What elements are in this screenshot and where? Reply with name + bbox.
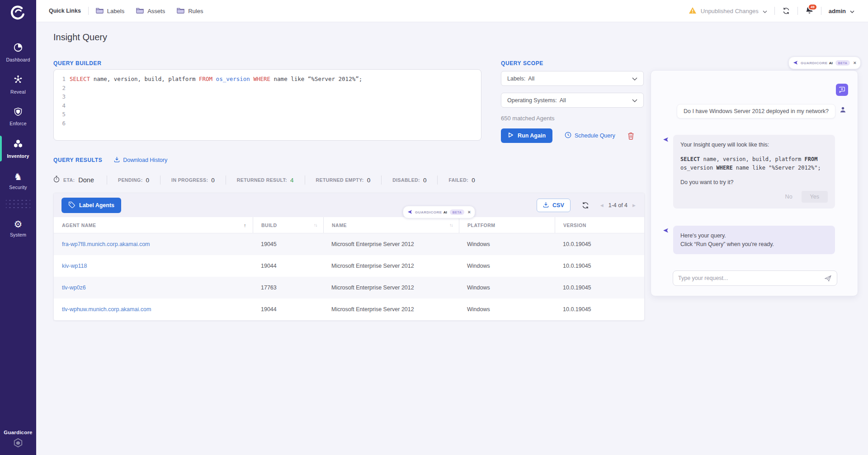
guardicore-logo-icon[interactable] xyxy=(0,0,36,26)
sidebar-item-security[interactable]: ♞ Security xyxy=(0,165,36,197)
notifications-bell-icon[interactable]: 49 xyxy=(805,6,814,16)
stat-label: FAILED: xyxy=(448,177,468,183)
stat-value: 0 xyxy=(423,177,427,184)
os-filter-select[interactable]: Operating Systems: All xyxy=(501,93,644,108)
sidebar-item-label: Dashboard xyxy=(6,57,30,62)
schedule-query-label: Schedule Query xyxy=(575,133,615,139)
name-cell: Microsoft Enterprise Server 2012 xyxy=(323,241,459,247)
page-title: Insight Query xyxy=(53,32,107,43)
sql-keyword: WHERE xyxy=(716,165,732,171)
sql-editor[interactable]: 1 SELECT name, version, build, platform … xyxy=(53,69,481,141)
column-header-platform[interactable]: PLATFORM xyxy=(459,217,555,233)
new-chat-button[interactable] xyxy=(836,84,848,96)
guardicore-ai-chip[interactable]: GUARDICORE AI BETA ✕ xyxy=(788,57,861,69)
column-header-build[interactable]: BUILD ↑↓ xyxy=(253,217,323,233)
build-cell: 17763 xyxy=(253,284,323,291)
refresh-icon[interactable] xyxy=(782,7,790,15)
sidebar-nav: Dashboard Reveal Enforce Inventory ♞ Sec… xyxy=(0,36,36,244)
csv-download-button[interactable]: CSV xyxy=(537,199,571,212)
download-icon xyxy=(543,202,549,209)
build-cell: 19044 xyxy=(253,306,323,313)
platform-cell: Windows xyxy=(459,241,555,247)
column-header-version[interactable]: VERSION xyxy=(555,217,645,233)
no-button[interactable]: No xyxy=(782,191,796,203)
paper-plane-icon xyxy=(663,136,669,144)
topbar-right: Unpublished Changes 49 admin xyxy=(689,6,854,16)
pagination-prev-icon[interactable]: ◀ xyxy=(600,203,604,208)
matched-agents-count: 650 matched Agents xyxy=(501,115,555,122)
paper-plane-icon xyxy=(407,208,412,216)
column-header-name[interactable]: NAME ↑↓ xyxy=(323,217,459,233)
run-again-button[interactable]: Run Again xyxy=(501,128,552,143)
sql-line: 2 xyxy=(60,84,476,93)
divider xyxy=(821,7,821,15)
quick-link-rules[interactable]: Rules xyxy=(177,7,203,15)
stat-disabled: DISABLED: 0 xyxy=(381,175,437,185)
stat-returned-result: RETURNED RESULT: 4 xyxy=(226,175,305,185)
beta-badge: BETA xyxy=(450,209,465,215)
knight-icon: ♞ xyxy=(14,172,23,182)
name-cell: Microsoft Enterprise Server 2012 xyxy=(323,263,459,269)
yes-button[interactable]: Yes xyxy=(802,191,828,203)
column-header-agent-name[interactable]: AGENT NAME ↑ xyxy=(54,217,253,233)
clock-icon xyxy=(565,132,571,140)
guardicore-ai-chip[interactable]: GUARDICORE AI BETA ✕ xyxy=(403,206,475,218)
ai-message-row: Here's your query. Click “Run Query” whe… xyxy=(663,226,835,255)
topbar: Quick Links Labels Assets Rules Unpublis… xyxy=(36,0,868,22)
query-scope-section-title: QUERY SCOPE xyxy=(501,60,543,66)
close-icon[interactable]: ✕ xyxy=(467,210,471,214)
agent-name-link[interactable]: fra-wp7f8.munich.corp.akamai.com xyxy=(62,241,150,247)
send-icon[interactable] xyxy=(824,275,832,282)
sidebar-brand: Guardicore xyxy=(0,430,36,450)
os-filter-label: Operating Systems: xyxy=(507,97,557,104)
sidebar-item-dashboard[interactable]: Dashboard xyxy=(0,36,36,68)
line-number: 3 xyxy=(60,92,66,101)
label-agents-button[interactable]: Label Agents xyxy=(61,198,121,213)
pagination: ◀ 1-4 of 4 ▶ xyxy=(600,202,636,209)
delete-query-trash-icon[interactable] xyxy=(627,132,634,140)
sql-line: 4 xyxy=(60,101,476,110)
chat-input[interactable] xyxy=(678,275,824,281)
close-icon[interactable]: ✕ xyxy=(853,61,856,65)
sidebar-item-reveal[interactable]: Reveal xyxy=(0,68,36,100)
csv-label: CSV xyxy=(552,202,564,209)
schedule-query-link[interactable]: Schedule Query xyxy=(565,132,615,140)
chat-input-wrapper xyxy=(673,270,837,286)
sql-line: 5 xyxy=(60,110,476,119)
stat-value: 0 xyxy=(367,177,371,184)
unpublished-changes-label: Unpublished Changes xyxy=(701,8,759,14)
beta-badge: BETA xyxy=(835,60,850,66)
quick-link-assets[interactable]: Assets xyxy=(136,7,165,15)
sort-both-icon[interactable]: ↑↓ xyxy=(314,223,317,228)
pagination-next-icon[interactable]: ▶ xyxy=(632,203,636,208)
agent-name-link[interactable]: kiv-wp118 xyxy=(62,263,87,269)
unpublished-changes-menu[interactable]: Unpublished Changes xyxy=(689,7,767,15)
user-icon xyxy=(840,106,846,115)
sort-asc-icon[interactable]: ↑ xyxy=(244,223,246,228)
sidebar-item-inventory[interactable]: Inventory xyxy=(0,133,36,165)
column-label: VERSION xyxy=(563,223,586,228)
stat-in-progress: IN PROGRESS: 0 xyxy=(160,175,226,185)
agent-name-link[interactable]: tlv-wp0z6 xyxy=(62,284,86,291)
labels-filter-select[interactable]: Labels: All xyxy=(501,71,644,86)
quick-link-labels[interactable]: Labels xyxy=(96,7,124,15)
ai-chat-panel: Do I have Windows Server 2012 deployed i… xyxy=(651,70,858,296)
quick-link-label: Rules xyxy=(188,8,203,14)
sidebar-item-label: Inventory xyxy=(7,153,29,159)
platform-cell: Windows xyxy=(459,284,555,291)
sidebar-item-enforce[interactable]: Enforce xyxy=(0,100,36,133)
sql-keyword: FROM xyxy=(199,76,212,82)
user-message-bubble: Do I have Windows Server 2012 deployed i… xyxy=(677,104,835,118)
table-row: fra-wp7f8.munich.corp.akamai.com 19045 M… xyxy=(54,233,644,255)
download-history-link[interactable]: Download History xyxy=(114,156,167,164)
table-refresh-icon[interactable] xyxy=(581,201,590,209)
line-number: 6 xyxy=(60,119,66,128)
user-menu[interactable]: admin xyxy=(829,8,854,14)
sort-both-icon[interactable]: ↑↓ xyxy=(449,223,453,228)
pagination-label: 1-4 of 4 xyxy=(609,202,627,209)
line-number: 1 xyxy=(60,75,66,84)
build-cell: 19045 xyxy=(253,241,323,247)
sidebar-item-system[interactable]: ⚙ System xyxy=(0,212,36,244)
agent-name-link[interactable]: tlv-wphuw.munich.corp.akamai.com xyxy=(62,306,151,313)
eta-value: Done xyxy=(78,176,94,184)
